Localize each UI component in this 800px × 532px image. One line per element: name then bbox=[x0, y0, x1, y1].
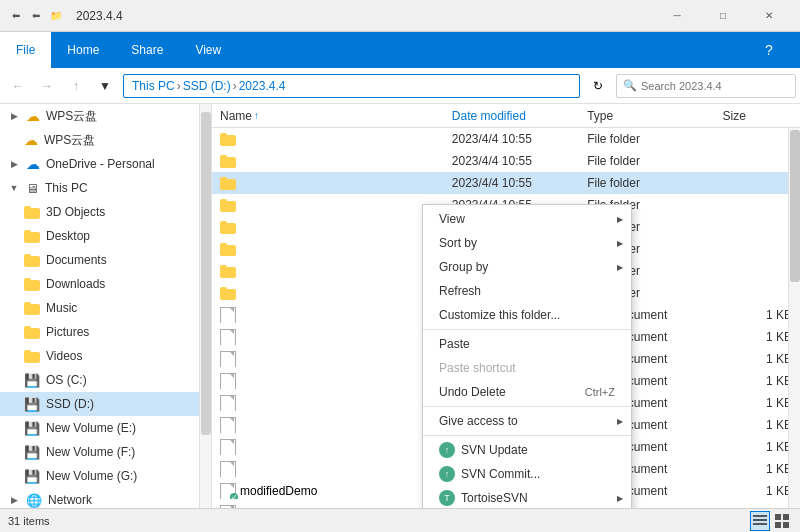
table-row[interactable]: 2023/4/4 10:55 File folder bbox=[212, 172, 800, 194]
file-size: 1 KB bbox=[719, 396, 796, 410]
search-input[interactable] bbox=[641, 80, 789, 92]
file-name bbox=[216, 131, 448, 147]
address-bar: ← → ↑ ▼ This PC › SSD (D:) › 2023.4.4 ↻ … bbox=[0, 68, 800, 104]
sidebar-item-vole[interactable]: 💾 New Volume (E:) bbox=[0, 416, 199, 440]
header-name[interactable]: Name ↑ bbox=[216, 109, 448, 123]
ribbon-tab-share[interactable]: Share bbox=[115, 32, 179, 68]
cm-label: Give access to bbox=[439, 414, 518, 428]
cm-view[interactable]: View bbox=[423, 207, 631, 231]
cm-tortoisesvn[interactable]: T TortoiseSVN bbox=[423, 486, 631, 508]
path-this-pc[interactable]: This PC bbox=[132, 79, 175, 93]
sidebar-item-videos[interactable]: Videos bbox=[0, 344, 199, 368]
recent-button[interactable]: ▼ bbox=[91, 74, 119, 98]
sidebar-item-desktop[interactable]: Desktop bbox=[0, 224, 199, 248]
maximize-button[interactable]: □ bbox=[700, 0, 746, 32]
file-size: 1 KB bbox=[719, 374, 796, 388]
sidebar-item-thispc[interactable]: ▼ 🖥 This PC bbox=[0, 176, 199, 200]
help-button[interactable]: ? bbox=[746, 34, 792, 66]
back-icon[interactable]: ⬅ bbox=[8, 8, 24, 24]
sidebar-item-music[interactable]: Music bbox=[0, 296, 199, 320]
sidebar-item-volg[interactable]: 💾 New Volume (G:) bbox=[0, 464, 199, 488]
close-button[interactable]: ✕ bbox=[746, 0, 792, 32]
sidebar-label: New Volume (G:) bbox=[46, 469, 137, 483]
forward-icon[interactable]: ⬅ bbox=[28, 8, 44, 24]
sidebar-item-onedrive[interactable]: ▶ ☁ OneDrive - Personal bbox=[0, 152, 199, 176]
sidebar-item-wps1[interactable]: ▶ ☁ WPS云盘 bbox=[0, 104, 199, 128]
file-name: ✓ modifiedDemo bbox=[216, 483, 448, 499]
search-box[interactable]: 🔍 bbox=[616, 74, 796, 98]
sidebar-item-3dobjects[interactable]: 3D Objects bbox=[0, 200, 199, 224]
minimize-button[interactable]: ─ bbox=[654, 0, 700, 32]
sidebar-label: Downloads bbox=[46, 277, 105, 291]
back-button[interactable]: ← bbox=[4, 74, 32, 98]
ribbon-tab-home[interactable]: Home bbox=[51, 32, 115, 68]
cm-paste-shortcut[interactable]: Paste shortcut bbox=[423, 356, 631, 380]
sidebar-item-volf[interactable]: 💾 New Volume (F:) bbox=[0, 440, 199, 464]
ribbon-tab-view[interactable]: View bbox=[179, 32, 237, 68]
view-large-button[interactable] bbox=[772, 511, 792, 531]
txt-icon bbox=[220, 351, 234, 367]
file-type: File folder bbox=[583, 132, 718, 146]
cm-undo-delete[interactable]: Undo Delete Ctrl+Z bbox=[423, 380, 631, 404]
cm-customize[interactable]: Customize this folder... bbox=[423, 303, 631, 327]
cm-svn-update[interactable]: ↑ SVN Update bbox=[423, 438, 631, 462]
details-view-icon bbox=[753, 514, 767, 528]
sidebar-label: OS (C:) bbox=[46, 373, 87, 387]
cm-paste[interactable]: Paste bbox=[423, 332, 631, 356]
filelist-scroll-thumb[interactable] bbox=[790, 130, 800, 282]
header-type[interactable]: Type bbox=[583, 109, 718, 123]
drive-icon: 💾 bbox=[24, 445, 40, 460]
cm-group-by[interactable]: Group by bbox=[423, 255, 631, 279]
sidebar-item-osc[interactable]: 💾 OS (C:) bbox=[0, 368, 199, 392]
file-name bbox=[216, 395, 448, 411]
sidebar-item-wps2[interactable]: ☁ WPS云盘 bbox=[0, 128, 199, 152]
ribbon: File Home Share View ? bbox=[0, 32, 800, 68]
view-details-button[interactable] bbox=[750, 511, 770, 531]
file-size: 1 KB bbox=[719, 352, 796, 366]
sidebar-item-pictures[interactable]: Pictures bbox=[0, 320, 199, 344]
txt-icon bbox=[220, 307, 234, 323]
file-name bbox=[216, 307, 448, 323]
drive-icon: 💾 bbox=[24, 397, 40, 412]
sidebar-label: Network bbox=[48, 493, 92, 507]
txt-icon bbox=[220, 373, 234, 389]
sidebar-label: Pictures bbox=[46, 325, 89, 339]
refresh-button[interactable]: ↻ bbox=[584, 74, 612, 98]
address-path[interactable]: This PC › SSD (D:) › 2023.4.4 bbox=[123, 74, 580, 98]
header-date[interactable]: Date modified bbox=[448, 109, 583, 123]
forward-button[interactable]: → bbox=[33, 74, 61, 98]
sidebar-label: Music bbox=[46, 301, 77, 315]
file-header: Name ↑ Date modified Type Size bbox=[212, 104, 800, 128]
file-name bbox=[216, 219, 448, 235]
header-size[interactable]: Size bbox=[719, 109, 796, 123]
sidebar-item-ssdd[interactable]: 💾 SSD (D:) bbox=[0, 392, 199, 416]
table-row[interactable]: 2023/4/4 10:55 File folder bbox=[212, 128, 800, 150]
ribbon-tab-file[interactable]: File bbox=[0, 32, 51, 68]
sidebar: ▶ ☁ WPS云盘 ☁ WPS云盘 ▶ ☁ OneDrive - Persona… bbox=[0, 104, 200, 508]
expand-icon: ▶ bbox=[8, 494, 20, 506]
folder-icon bbox=[24, 300, 40, 316]
cm-svn-commit[interactable]: ↑ SVN Commit... bbox=[423, 462, 631, 486]
path-folder[interactable]: 2023.4.4 bbox=[239, 79, 286, 93]
nav-buttons: ← → ↑ ▼ bbox=[4, 74, 119, 98]
folder-icon bbox=[220, 131, 236, 147]
sidebar-scroll-thumb[interactable] bbox=[201, 112, 211, 435]
table-row[interactable]: 2023/4/4 10:55 File folder bbox=[212, 150, 800, 172]
cm-refresh[interactable]: Refresh bbox=[423, 279, 631, 303]
title-bar-icons: ⬅ ⬅ 📁 bbox=[8, 8, 64, 24]
sidebar-scrollbar[interactable] bbox=[200, 104, 212, 508]
wps-icon2: ☁ bbox=[24, 132, 38, 148]
up-button[interactable]: ↑ bbox=[62, 74, 90, 98]
file-size: 1 KB bbox=[719, 484, 796, 498]
filelist-scrollbar[interactable] bbox=[788, 128, 800, 508]
cm-give-access[interactable]: Give access to bbox=[423, 409, 631, 433]
cm-sort-by[interactable]: Sort by bbox=[423, 231, 631, 255]
path-ssd-d[interactable]: SSD (D:) bbox=[183, 79, 231, 93]
sidebar-item-downloads[interactable]: Downloads bbox=[0, 272, 199, 296]
file-name bbox=[216, 241, 448, 257]
sidebar-item-network[interactable]: ▶ 🌐 Network bbox=[0, 488, 199, 508]
svg-rect-6 bbox=[783, 522, 789, 528]
sidebar-item-documents[interactable]: Documents bbox=[0, 248, 199, 272]
txt-icon bbox=[220, 329, 234, 345]
status-text: 31 items bbox=[8, 515, 50, 527]
